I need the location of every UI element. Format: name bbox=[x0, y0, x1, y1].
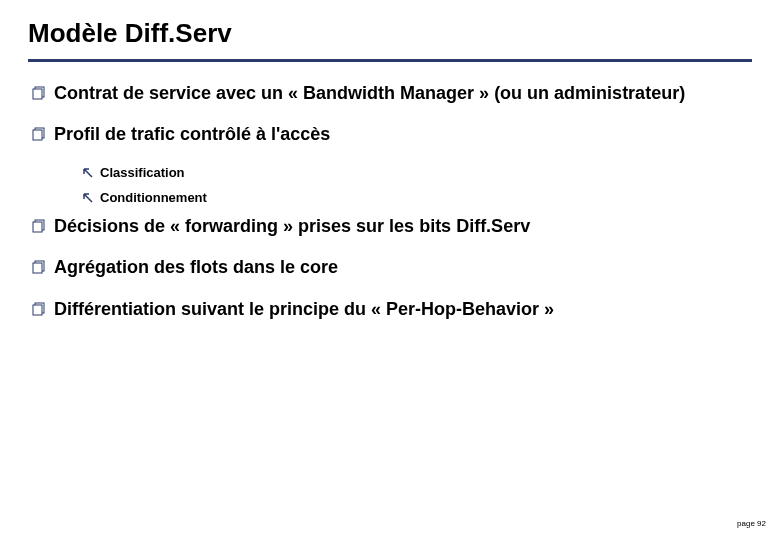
svg-rect-3 bbox=[33, 130, 42, 140]
list-item-text: Profil de trafic contrôlé à l'accès bbox=[54, 123, 330, 146]
list-sub-item: Classification bbox=[82, 165, 752, 180]
page-stack-icon bbox=[32, 86, 54, 100]
list-item: Agrégation des flots dans le core bbox=[32, 256, 752, 279]
page-stack-icon bbox=[32, 219, 54, 233]
list-item-text: Agrégation des flots dans le core bbox=[54, 256, 338, 279]
page-stack-icon bbox=[32, 260, 54, 274]
bullet-list: Contrat de service avec un « Bandwidth M… bbox=[28, 82, 752, 321]
page-number: page 92 bbox=[737, 519, 766, 528]
list-item: Contrat de service avec un « Bandwidth M… bbox=[32, 82, 752, 105]
list-item: Décisions de « forwarding » prises sur l… bbox=[32, 215, 752, 238]
list-sub-item-text: Conditionnement bbox=[100, 190, 207, 205]
slide-title: Modèle Diff.Serv bbox=[28, 18, 752, 49]
svg-rect-1 bbox=[33, 89, 42, 99]
list-sub-item: Conditionnement bbox=[82, 190, 752, 205]
list-item-text: Différentiation suivant le principe du «… bbox=[54, 298, 554, 321]
list-item: Différentiation suivant le principe du «… bbox=[32, 298, 752, 321]
list-item: Profil de trafic contrôlé à l'accès bbox=[32, 123, 752, 146]
svg-rect-5 bbox=[33, 222, 42, 232]
list-item-text: Contrat de service avec un « Bandwidth M… bbox=[54, 82, 685, 105]
list-item-text: Décisions de « forwarding » prises sur l… bbox=[54, 215, 530, 238]
title-rule bbox=[28, 59, 752, 62]
svg-rect-7 bbox=[33, 263, 42, 273]
arrow-upleft-icon bbox=[82, 167, 100, 179]
list-sub-item-text: Classification bbox=[100, 165, 185, 180]
arrow-upleft-icon bbox=[82, 192, 100, 204]
svg-rect-9 bbox=[33, 305, 42, 315]
page-stack-icon bbox=[32, 302, 54, 316]
page-stack-icon bbox=[32, 127, 54, 141]
